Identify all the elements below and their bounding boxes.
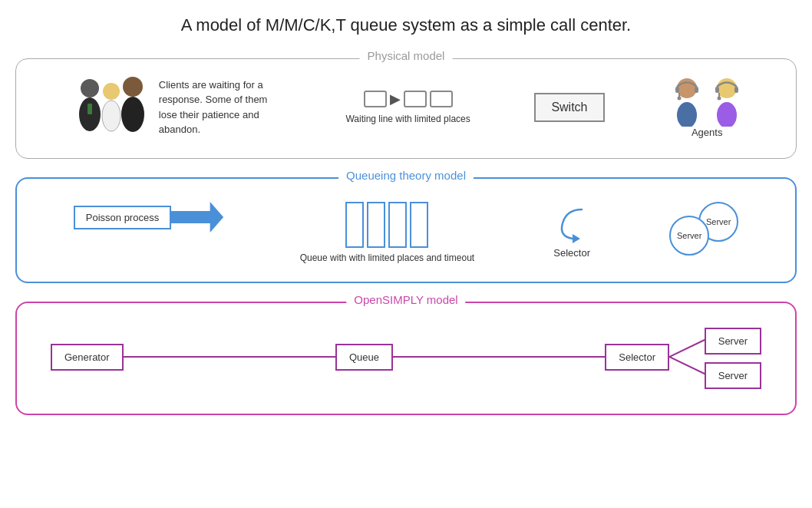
line-gen-queue xyxy=(124,356,335,358)
physical-model-label: Physical model xyxy=(360,49,453,62)
server-circles: Server Server xyxy=(669,202,738,256)
queue-bars xyxy=(345,202,428,248)
physical-model-panel: Physical model Clients are waiting for a… xyxy=(15,58,797,159)
queue-section: Queue with with limited places and timeo… xyxy=(300,202,474,263)
opensimply-model-label: OpenSIMPLY model xyxy=(346,293,465,306)
server-circle-2: Server xyxy=(669,216,709,256)
queue-bars-label: Queue with with limited places and timeo… xyxy=(300,252,474,263)
queue-bar-2 xyxy=(367,202,385,248)
svg-rect-8 xyxy=(675,87,679,93)
server-fan-container: Server Server xyxy=(669,326,761,388)
agent2-icon xyxy=(708,77,745,127)
generator-box: Generator xyxy=(51,344,124,371)
svg-point-18 xyxy=(717,102,737,127)
clients-icon xyxy=(67,74,151,140)
agents-icons xyxy=(668,77,745,127)
selector-arc-icon xyxy=(551,202,593,244)
agents-label: Agents xyxy=(692,127,722,138)
svg-line-20 xyxy=(669,338,708,357)
svg-point-0 xyxy=(81,79,99,97)
svg-rect-14 xyxy=(715,87,719,93)
poisson-process-section: Poisson process xyxy=(74,202,223,233)
svg-point-12 xyxy=(677,102,697,127)
server-stack: Server Server xyxy=(705,328,761,389)
svg-rect-9 xyxy=(695,87,698,93)
server-box-2: Server xyxy=(705,362,761,389)
svg-marker-19 xyxy=(573,234,580,243)
svg-rect-2 xyxy=(87,104,92,114)
clients-text: Clients are waiting for a response. Some… xyxy=(159,78,282,137)
queue-bar-4 xyxy=(410,202,428,248)
queue-box-os: Queue xyxy=(335,344,393,371)
svg-point-11 xyxy=(678,96,682,100)
line-queue-selector xyxy=(393,356,605,358)
poisson-label: Poisson process xyxy=(74,206,171,229)
waiting-line-section: ▶ Waiting line with limited places xyxy=(345,91,470,124)
poisson-arrow xyxy=(170,202,223,233)
queueing-model-panel: Queueing theory model Poisson process Qu… xyxy=(15,177,797,283)
queue-bar-3 xyxy=(388,202,407,248)
server-box-1: Server xyxy=(705,328,761,355)
queue-arrow: ▶ xyxy=(390,91,401,107)
svg-point-17 xyxy=(718,96,721,100)
waiting-line-label: Waiting line with limited places xyxy=(345,114,470,124)
selector-box: Selector xyxy=(605,344,669,371)
selector-label: Selector xyxy=(553,247,590,259)
page-title: A model of M/M/C/K,T queue system as a s… xyxy=(15,15,797,35)
queue-box-3 xyxy=(430,91,453,107)
opensimply-model-panel: OpenSIMPLY model Generator Queue Selecto… xyxy=(15,302,797,415)
svg-point-6 xyxy=(121,97,144,132)
svg-rect-15 xyxy=(734,87,738,93)
agents-section: Agents xyxy=(668,77,745,138)
waiting-line-visual: ▶ xyxy=(364,91,453,107)
queue-box-2 xyxy=(404,91,427,107)
queue-box-1 xyxy=(364,91,387,107)
selector-section: Selector xyxy=(551,202,593,259)
clients-section: Clients are waiting for a response. Some… xyxy=(67,74,282,140)
opensimply-row: Generator Queue Selector Server Server xyxy=(35,318,777,395)
queue-bar-1 xyxy=(345,202,364,248)
svg-line-21 xyxy=(669,357,708,375)
queueing-model-label: Queueing theory model xyxy=(338,169,474,182)
switch-box: Switch xyxy=(534,93,604,122)
svg-point-5 xyxy=(123,77,143,97)
agent1-icon xyxy=(668,77,705,127)
svg-point-3 xyxy=(103,83,120,100)
svg-point-4 xyxy=(102,101,120,131)
